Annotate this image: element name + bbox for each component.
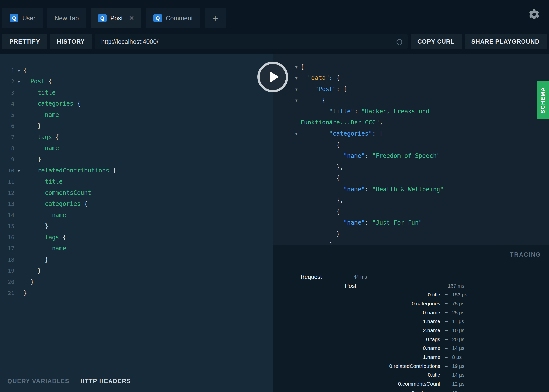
line-number: 3 — [0, 87, 14, 98]
fold-spacer — [14, 254, 23, 265]
code-text: tags { — [23, 132, 59, 143]
line-number: 19 — [0, 265, 14, 276]
code-text: "name": "Health & Wellbeing" — [301, 184, 444, 195]
response-line: ▾ { — [273, 95, 549, 106]
code-text: } — [301, 228, 340, 240]
share-playground-button[interactable]: SHARE PLAYGROUND — [465, 34, 547, 49]
editor-line: 16 tags { — [0, 232, 273, 243]
token-field: Post — [30, 78, 45, 85]
code-text: "title": "Hacker, Freaks und — [301, 106, 429, 117]
editor-line: 18 } — [0, 254, 273, 265]
close-tab-icon[interactable]: ✕ — [129, 15, 134, 21]
editor-line: 11 title — [0, 176, 273, 187]
settings-gear-icon[interactable] — [528, 8, 540, 20]
history-button[interactable]: HISTORY — [50, 34, 92, 49]
tracing-post-bar — [362, 286, 443, 286]
tracing-time: 14 µs — [452, 345, 464, 351]
fold-spacer — [14, 132, 23, 143]
fold-arrow-icon[interactable]: ▾ — [14, 65, 23, 76]
tracing-time: 25 µs — [452, 310, 464, 316]
line-number: 1 — [0, 65, 14, 76]
tracing-duration-bar — [445, 366, 448, 367]
line-number: 17 — [0, 243, 14, 254]
token-punc: } — [38, 267, 41, 274]
fold-arrow-icon[interactable]: ▾ — [292, 128, 301, 139]
tab-post[interactable]: QPost✕ — [91, 8, 142, 28]
fold-spacer — [14, 121, 23, 132]
code-text: relatedContributions { — [23, 165, 116, 176]
line-number: 10 — [0, 165, 14, 176]
tracing-time: 8 µs — [452, 354, 462, 360]
tab-label: Post — [110, 15, 123, 22]
fold-spacer — [14, 154, 23, 165]
fold-arrow-icon[interactable]: ▾ — [292, 84, 301, 95]
endpoint-url-bar — [95, 34, 408, 49]
fold-spacer — [292, 117, 301, 128]
tracing-duration-bar — [445, 348, 448, 349]
http-headers-tab[interactable]: HTTP HEADERS — [80, 378, 131, 385]
query-variables-tab[interactable]: QUERY VARIABLES — [7, 378, 69, 385]
token-field: commentsCount — [45, 189, 91, 196]
response-line: { — [273, 173, 549, 184]
line-number: 20 — [0, 276, 14, 288]
token-punc: } — [38, 156, 41, 163]
code-text: name — [23, 243, 66, 254]
schema-side-tab[interactable]: SCHEMA — [537, 81, 549, 119]
code-text: "name": "Freedom of Speech" — [301, 150, 440, 162]
fold-spacer — [14, 232, 23, 243]
reload-schema-icon[interactable] — [395, 37, 404, 46]
code-text: } — [23, 254, 48, 265]
copy-curl-button[interactable]: COPY CURL — [411, 34, 462, 49]
fold-spacer — [292, 184, 301, 195]
code-text: { — [301, 61, 304, 73]
response-line: ▾ "Post": [ — [273, 84, 549, 95]
code-text: tags { — [23, 232, 66, 243]
fold-spacer — [292, 240, 301, 245]
tracing-post-label: Post — [273, 283, 356, 289]
token-punc: }, — [336, 197, 344, 204]
fold-spacer — [14, 198, 23, 210]
code-text: commentsCount — [23, 187, 91, 198]
token-key: "categories" — [329, 130, 372, 137]
tab-user[interactable]: QUser — [2, 8, 43, 28]
line-number: 8 — [0, 143, 14, 154]
tracing-field-label: 0.title — [273, 292, 440, 298]
fold-arrow-icon[interactable]: ▾ — [292, 61, 301, 73]
line-number: 12 — [0, 187, 14, 198]
tab-comment[interactable]: QComment — [146, 8, 200, 28]
tracing-row: 0.name14 µs — [273, 344, 549, 353]
tracing-field-label: 0.tags — [273, 336, 440, 342]
tracing-row: 1.name11 µs — [273, 317, 549, 326]
tracing-post-row: Post 167 ms — [273, 281, 549, 290]
response-line: { — [273, 206, 549, 217]
tracing-request-time: 44 ms — [354, 274, 367, 280]
execute-query-button[interactable] — [257, 62, 288, 92]
code-text: } — [23, 121, 41, 132]
tracing-request-label: Request — [273, 274, 322, 280]
editor-line: 9 } — [0, 154, 273, 165]
fold-arrow-icon[interactable]: ▾ — [14, 76, 23, 87]
token-key: "name" — [343, 152, 365, 159]
prettify-button[interactable]: PRETTIFY — [2, 34, 47, 49]
editor-line: 20 } — [0, 276, 273, 288]
fold-arrow-icon[interactable]: ▾ — [14, 165, 23, 176]
tracing-field-label: 1.name — [273, 354, 440, 360]
code-text: name — [23, 109, 59, 121]
tab-new-tab[interactable]: New Tab — [47, 8, 86, 28]
token-field: name — [52, 245, 66, 252]
fold-arrow-icon[interactable]: ▾ — [292, 95, 301, 106]
response-line: }, — [273, 195, 549, 206]
new-tab-button[interactable]: + — [205, 8, 226, 28]
tracing-time: 20 µs — [452, 337, 464, 342]
fold-arrow-icon[interactable]: ▾ — [292, 73, 301, 84]
fold-spacer — [292, 217, 301, 228]
endpoint-url-input[interactable] — [95, 38, 408, 45]
tracing-time: 14 µs — [452, 372, 464, 378]
response-line: { — [273, 139, 549, 150]
token-punc: { — [109, 167, 116, 174]
token-field: name — [45, 145, 59, 152]
tracing-time: 12 µs — [452, 381, 464, 387]
query-editor-panel[interactable]: 1▾{2▾ Post {3 title4 categories {5 name6… — [0, 54, 273, 392]
code-text: { — [23, 65, 27, 76]
tracing-field-label: 0.relatedContributions — [273, 363, 440, 369]
